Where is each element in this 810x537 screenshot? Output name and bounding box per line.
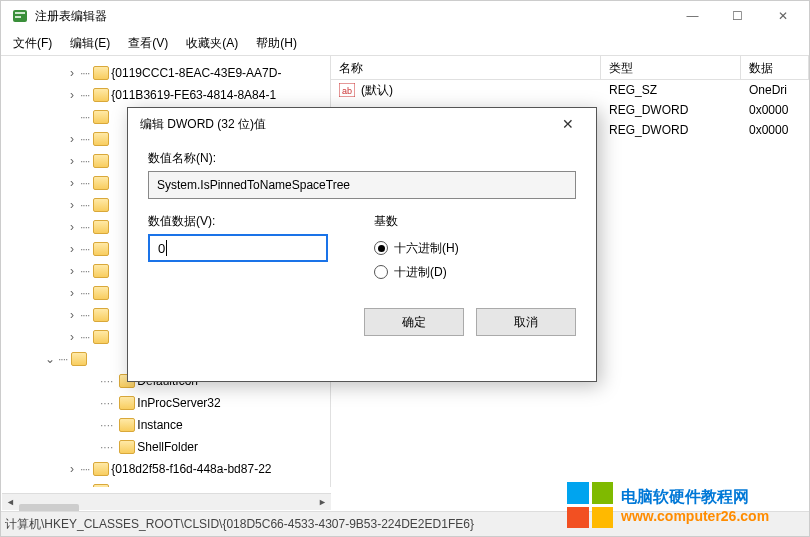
watermark-line1: 电脑软硬件教程网 bbox=[621, 487, 769, 508]
folder-icon bbox=[93, 198, 109, 212]
radio-hex[interactable]: 十六进制(H) bbox=[374, 236, 576, 260]
minimize-button[interactable]: — bbox=[670, 1, 715, 31]
scroll-left-icon[interactable]: ◄ bbox=[2, 494, 19, 511]
menu-view[interactable]: 查看(V) bbox=[120, 33, 176, 54]
tree-label: {0119CCC1-8EAC-43E9-AA7D- bbox=[111, 66, 281, 80]
regedit-icon bbox=[11, 7, 29, 25]
maximize-button[interactable]: ☐ bbox=[715, 1, 760, 31]
folder-icon bbox=[93, 110, 109, 124]
ok-button[interactable]: 确定 bbox=[364, 308, 464, 336]
tree-item[interactable]: ›····{018d2f58-f16d-448a-bd87-22 bbox=[66, 458, 330, 480]
col-type[interactable]: 类型 bbox=[601, 56, 741, 79]
value-type: REG_DWORD bbox=[601, 123, 741, 137]
titlebar: 注册表编辑器 — ☐ ✕ bbox=[1, 1, 809, 31]
folder-icon bbox=[93, 88, 109, 102]
svg-text:ab: ab bbox=[342, 86, 352, 96]
value-type: REG_DWORD bbox=[601, 103, 741, 117]
value-type: REG_SZ bbox=[601, 83, 741, 97]
base-label: 基数 bbox=[374, 213, 576, 230]
menu-file[interactable]: 文件(F) bbox=[5, 33, 60, 54]
value-name: (默认) bbox=[361, 83, 393, 97]
menu-edit[interactable]: 编辑(E) bbox=[62, 33, 118, 54]
tree-item[interactable]: ›····{011B3619-FE63-4814-8A84-1 bbox=[66, 84, 330, 106]
folder-icon bbox=[93, 66, 109, 80]
folder-icon bbox=[93, 308, 109, 322]
value-data: 0x0000 bbox=[741, 103, 809, 117]
folder-icon bbox=[93, 220, 109, 234]
list-header: 名称 类型 数据 bbox=[331, 56, 809, 80]
dialog-title: 编辑 DWORD (32 位)值 bbox=[136, 116, 548, 133]
tree-label: {011B3619-FE63-4814-8A84-1 bbox=[111, 88, 276, 102]
dialog-titlebar: 编辑 DWORD (32 位)值 ✕ bbox=[128, 108, 596, 140]
menu-help[interactable]: 帮助(H) bbox=[248, 33, 305, 54]
folder-icon bbox=[93, 132, 109, 146]
col-name[interactable]: 名称 bbox=[331, 56, 601, 79]
svg-rect-2 bbox=[15, 16, 21, 18]
radio-dec[interactable]: 十进制(D) bbox=[374, 260, 576, 284]
dialog-close-button[interactable]: ✕ bbox=[548, 116, 588, 132]
tree-label: ShellFolder bbox=[137, 440, 198, 454]
tree-item[interactable]: Instance bbox=[100, 414, 330, 436]
tree-item[interactable]: InProcServer32 bbox=[100, 392, 330, 414]
folder-icon bbox=[93, 264, 109, 278]
value-name-field: System.IsPinnedToNameSpaceTree bbox=[148, 171, 576, 199]
folder-icon bbox=[93, 154, 109, 168]
string-value-icon: ab bbox=[339, 83, 355, 97]
window-title: 注册表编辑器 bbox=[35, 8, 670, 25]
collapse-icon[interactable]: ⌄ bbox=[44, 352, 56, 366]
value-data: OneDri bbox=[741, 83, 809, 97]
radio-icon bbox=[374, 241, 388, 255]
svg-rect-1 bbox=[15, 12, 25, 14]
value-data-input[interactable]: 0 bbox=[148, 234, 328, 262]
folder-icon bbox=[119, 418, 135, 432]
folder-icon bbox=[93, 176, 109, 190]
radio-icon bbox=[374, 265, 388, 279]
tree-hscrollbar[interactable]: ◄ ► bbox=[2, 493, 331, 510]
value-name-label: 数值名称(N): bbox=[148, 150, 576, 167]
folder-icon bbox=[71, 352, 87, 366]
value-data: 0x0000 bbox=[741, 123, 809, 137]
col-data[interactable]: 数据 bbox=[741, 56, 809, 79]
tree-children: DefaultIcon InProcServer32 Instance Shel… bbox=[66, 370, 330, 458]
menubar: 文件(F) 编辑(E) 查看(V) 收藏夹(A) 帮助(H) bbox=[1, 31, 809, 55]
folder-icon bbox=[93, 242, 109, 256]
close-button[interactable]: ✕ bbox=[760, 1, 805, 31]
window-controls: — ☐ ✕ bbox=[670, 1, 805, 31]
edit-dword-dialog: 编辑 DWORD (32 位)值 ✕ 数值名称(N): System.IsPin… bbox=[127, 107, 597, 382]
folder-icon bbox=[93, 462, 109, 476]
tree-label: Instance bbox=[137, 418, 182, 432]
list-row[interactable]: ab(默认) REG_SZ OneDri bbox=[331, 80, 809, 100]
watermark: 电脑软硬件教程网 www.computer26.com bbox=[567, 474, 807, 536]
cancel-button[interactable]: 取消 bbox=[476, 308, 576, 336]
value-data-label: 数值数据(V): bbox=[148, 213, 350, 230]
folder-icon bbox=[119, 440, 135, 454]
windows-logo-icon bbox=[567, 482, 613, 528]
tree-label: InProcServer32 bbox=[137, 396, 220, 410]
tree-label: {018d2f58-f16d-448a-bd87-22 bbox=[111, 462, 271, 476]
folder-icon bbox=[93, 286, 109, 300]
tree-item[interactable]: ···· bbox=[66, 480, 330, 487]
tree-item[interactable]: ShellFolder bbox=[100, 436, 330, 458]
folder-icon bbox=[93, 484, 109, 487]
scroll-right-icon[interactable]: ► bbox=[314, 494, 331, 511]
folder-icon bbox=[93, 330, 109, 344]
tree-item[interactable]: ›····{0119CCC1-8EAC-43E9-AA7D- bbox=[66, 62, 330, 84]
folder-icon bbox=[119, 396, 135, 410]
menu-favorites[interactable]: 收藏夹(A) bbox=[178, 33, 246, 54]
watermark-line2: www.computer26.com bbox=[621, 508, 769, 524]
